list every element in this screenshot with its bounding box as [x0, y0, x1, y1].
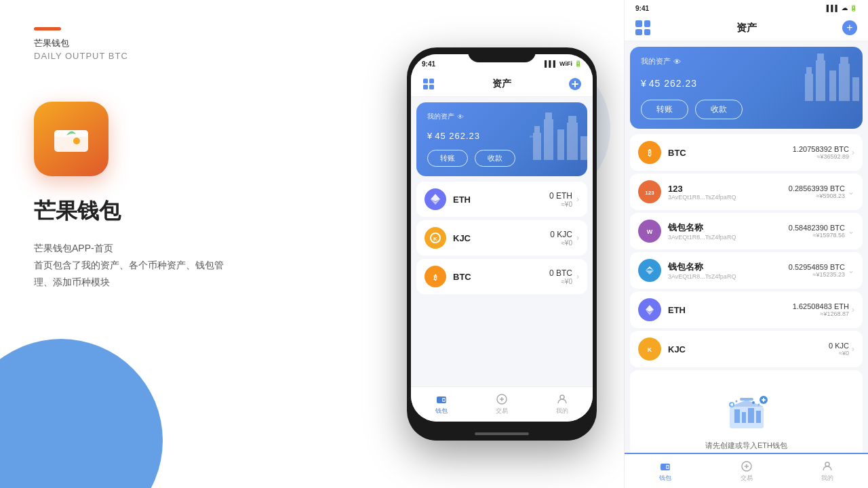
right-coin-eth[interactable]: ETH 1.62508483 ETH ≈¥1268.87 ›: [630, 291, 863, 328]
right-status-bar: 9:41 ▌▌▌ ☁ 🔋: [625, 0, 868, 16]
eth-create-text: 请先创建或导入ETH钱包: [705, 441, 787, 451]
btc-balance: 0 BTC ≈¥0: [549, 268, 572, 285]
right-coin-wallet1[interactable]: W 钱包名称 3AvEQt1R8...TsZ4fpaRQ 0.58482390 …: [630, 213, 863, 249]
svg-rect-38: [840, 57, 848, 101]
svg-rect-12: [534, 126, 540, 160]
svg-point-31: [560, 395, 564, 399]
right-transfer-button[interactable]: 转账: [641, 100, 688, 119]
svg-text:W: W: [647, 228, 653, 235]
svg-rect-19: [530, 136, 533, 138]
btc-icon: ₿: [425, 266, 446, 287]
right-nav-transaction[interactable]: 交易: [706, 454, 787, 488]
svg-text:K: K: [433, 236, 437, 242]
app-desc: 芒果钱包APP-首页 首页包含了我的资产、各个币种资产、钱包管 理、添加币种模块: [34, 240, 251, 291]
right-coin-wallet2[interactable]: 钱包名称 3AvEQt1R8...TsZ4fpaRQ 0.52954859 BT…: [630, 252, 863, 289]
svg-point-67: [752, 401, 755, 404]
btc-arrow-icon: ›: [576, 272, 579, 281]
right-wallet1-balance: 0.58482390 BTC ≈¥15978.56: [789, 224, 845, 239]
svg-rect-7: [429, 85, 434, 89]
right-kjc-balance: 0 KJC ≈¥0: [829, 342, 849, 357]
phone-content: 我的资产 👁 ¥45 262.23 转账 收款: [411, 97, 593, 386]
right-123-icon: 123: [638, 180, 661, 203]
right-kjc-arrow-icon: ›: [852, 344, 854, 354]
app-icon: [34, 102, 108, 176]
svg-rect-6: [423, 85, 428, 89]
center-panel: 9:41 ▌▌▌ WiFi 🔋 资产: [380, 0, 624, 488]
right-eth-info: ETH: [668, 305, 793, 315]
receive-button[interactable]: 收款: [475, 150, 515, 167]
svg-rect-36: [829, 70, 836, 101]
coin-item-kjc[interactable]: K KJC 0 KJC ≈¥0 ›: [416, 220, 587, 256]
svg-text:123: 123: [645, 190, 654, 196]
app-name-small: 芒果钱包: [34, 37, 346, 49]
svg-rect-4: [423, 79, 428, 83]
svg-rect-14: [545, 113, 552, 160]
right-content: 我的资产 👁 ¥45 262.23 转账 收款: [625, 41, 868, 453]
coin-item-btc[interactable]: ₿ BTC 0 BTC ≈¥0 ›: [416, 259, 587, 294]
svg-point-3: [73, 138, 80, 144]
svg-text:K: K: [648, 346, 652, 353]
subtitle: DAILY OUTPUT BTC: [34, 51, 346, 61]
right-btc-balance: 1.20758392 BTC ≈¥36592.89: [793, 145, 849, 160]
add-icon[interactable]: [568, 77, 582, 91]
svg-point-69: [735, 401, 737, 403]
svg-point-74: [825, 462, 829, 466]
right-wallet2-arrow-icon: ⌄: [848, 266, 854, 275]
right-bottom-nav: 钱包 交易 我的: [625, 453, 868, 488]
phone-screen: 9:41 ▌▌▌ WiFi 🔋 资产: [411, 54, 593, 422]
transfer-button[interactable]: 转账: [427, 150, 468, 167]
svg-rect-15: [557, 129, 564, 160]
svg-rect-66: [731, 403, 732, 407]
svg-rect-63: [763, 398, 764, 402]
right-btc-icon: ₿: [638, 141, 661, 164]
nav-transaction[interactable]: 交易: [471, 387, 532, 422]
right-wallet2-balance: 0.52954859 BTC ≈¥15235.23: [789, 263, 845, 278]
right-wallet2-icon: [638, 259, 661, 282]
right-wallet1-arrow-icon: ⌄: [848, 226, 854, 236]
right-123-balance: 0.28563939 BTC ≈¥5908.23: [789, 184, 845, 199]
kjc-balance: 0 KJC ≈¥0: [550, 230, 572, 247]
svg-rect-18: [580, 136, 587, 160]
right-wallet1-icon: W: [638, 220, 661, 243]
right-123-arrow-icon: ⌄: [848, 187, 854, 197]
right-header: 资产 +: [625, 16, 868, 41]
coin-item-eth[interactable]: ETH 0 ETH ≈¥0 ›: [416, 182, 587, 217]
right-asset-card: 我的资产 👁 ¥45 262.23 转账 收款: [630, 47, 863, 129]
svg-rect-10: [572, 83, 578, 85]
right-grid-icon[interactable]: [635, 20, 650, 35]
right-add-button[interactable]: +: [842, 20, 857, 35]
nav-mine[interactable]: 我的: [532, 387, 593, 422]
nav-wallet[interactable]: 钱包: [411, 387, 471, 422]
right-eth-arrow-icon: ›: [852, 305, 854, 314]
svg-rect-60: [756, 411, 761, 423]
kjc-icon: K: [425, 227, 446, 249]
right-nav-mine[interactable]: 我的: [787, 454, 868, 488]
phone-notch: [468, 47, 536, 62]
right-wallet2-info: 钱包名称 3AvEQt1R8...TsZ4fpaRQ: [668, 261, 789, 280]
right-nav-wallet[interactable]: 钱包: [625, 454, 706, 488]
svg-text:₿: ₿: [648, 149, 652, 157]
svg-rect-56: [740, 398, 753, 401]
right-receive-button[interactable]: 收款: [695, 100, 743, 119]
status-icons: ▌▌▌ WiFi 🔋: [545, 60, 582, 67]
svg-text:₿: ₿: [433, 274, 437, 281]
right-coin-123[interactable]: 123 123 3AvEQt1R8...TsZ4fpaRQ 0.28563939…: [630, 174, 863, 210]
svg-point-72: [667, 466, 669, 468]
right-kjc-info: KJC: [668, 344, 829, 354]
right-asset-buttons: 转账 收款: [641, 100, 852, 119]
eth-arrow-icon: ›: [576, 195, 579, 204]
right-kjc-icon: K: [638, 338, 661, 361]
phone-bottom-nav: 钱包 交易 我的: [411, 386, 593, 422]
svg-rect-20: [547, 115, 550, 117]
svg-rect-17: [568, 116, 576, 160]
right-eth-icon: [638, 298, 661, 321]
svg-rect-35: [817, 54, 824, 101]
right-coin-kjc[interactable]: K KJC 0 KJC ≈¥0 ›: [630, 331, 863, 367]
right-coin-btc[interactable]: ₿ BTC 1.20758392 BTC ≈¥36592.89 ›: [630, 134, 863, 171]
blue-circle-decoration: [0, 339, 163, 488]
svg-point-29: [443, 399, 445, 401]
svg-marker-55: [730, 400, 764, 407]
kjc-arrow-icon: ›: [576, 233, 579, 243]
svg-rect-59: [748, 408, 754, 423]
grid-icon[interactable]: [422, 77, 435, 91]
